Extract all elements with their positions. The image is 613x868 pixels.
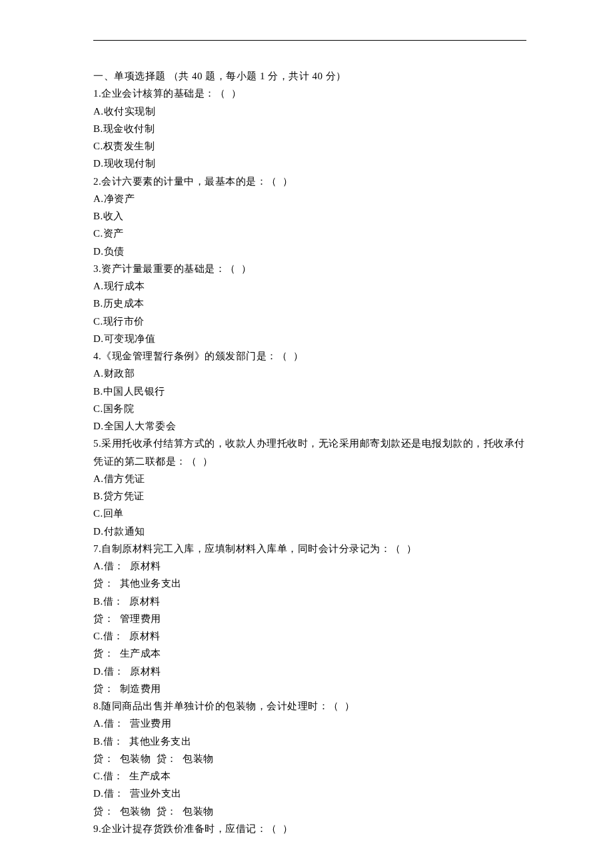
text-line: 贷： 包装物 贷： 包装物 <box>93 750 526 767</box>
text-line: 7.自制原材料完工入库，应填制材料入库单，同时会计分录记为：（ ） <box>93 540 526 557</box>
text-line: A.收付实现制 <box>93 103 526 120</box>
text-line: A.借： 原材料 <box>93 557 526 575</box>
text-line: 4.《现金管理暂行条例》的颁发部门是：（ ） <box>93 347 526 365</box>
text-line: 1.企业会计核算的基础是：（ ） <box>93 85 526 102</box>
text-line: C.借： 生产成本 <box>93 767 526 785</box>
text-line: 9.企业计提存货跌价准备时，应借记：（ ） <box>93 820 526 837</box>
text-line: D.可变现净值 <box>93 330 526 347</box>
text-line: B.借： 原材料 <box>93 593 526 610</box>
text-line: 贷： 其他业务支出 <box>93 575 526 592</box>
text-line: B.现金收付制 <box>93 120 526 137</box>
text-line: B.历史成本 <box>93 295 526 312</box>
text-line: C.权责发生制 <box>93 137 526 155</box>
text-line: C.借： 原材料 <box>93 627 526 645</box>
text-line: A.借： 营业费用 <box>93 715 526 732</box>
text-line: A.财政部 <box>93 365 526 382</box>
text-line: B.收入 <box>93 207 526 225</box>
text-line: A.净资产 <box>93 190 526 207</box>
text-line: B.中国人民银行 <box>93 383 526 400</box>
text-line: 一、单项选择题 （共 40 题，每小题 1 分，共计 40 分） <box>93 67 526 85</box>
text-line: B.贷方凭证 <box>93 487 526 505</box>
text-line: D.付款通知 <box>93 523 526 540</box>
text-line: C.现行市价 <box>93 313 526 330</box>
text-line: 贷： 管理费用 <box>93 610 526 627</box>
text-line: B.借： 其他业务支出 <box>93 733 526 750</box>
text-line: A.借方凭证 <box>93 470 526 487</box>
text-line: C.回单 <box>93 505 526 522</box>
document-body: 一、单项选择题 （共 40 题，每小题 1 分，共计 40 分） 1.企业会计核… <box>93 67 526 837</box>
text-line: C.资产 <box>93 225 526 242</box>
text-line: D.借： 原材料 <box>93 663 526 680</box>
text-line: 3.资产计量最重要的基础是：（ ） <box>93 260 526 277</box>
text-line: D.现收现付制 <box>93 155 526 172</box>
text-line: D.负债 <box>93 243 526 260</box>
text-line: 5.采用托收承付结算方式的，收款人办理托收时，无论采用邮寄划款还是电报划款的，托… <box>93 435 526 470</box>
document-page: 一、单项选择题 （共 40 题，每小题 1 分，共计 40 分） 1.企业会计核… <box>0 0 613 868</box>
text-line: C.国务院 <box>93 400 526 417</box>
text-line: 贷： 包装物 贷： 包装物 <box>93 803 526 820</box>
text-line: A.现行成本 <box>93 277 526 295</box>
text-line: D.借： 营业外支出 <box>93 785 526 802</box>
text-line: 8.随同商品出售并单独计价的包装物，会计处理时：（ ） <box>93 697 526 715</box>
text-line: D.全国人大常委会 <box>93 417 526 435</box>
page-divider <box>93 40 526 41</box>
text-line: 贷： 制造费用 <box>93 680 526 697</box>
text-line: 2.会计六要素的计量中，最基本的是：（ ） <box>93 173 526 190</box>
text-line: 货： 生产成本 <box>93 645 526 662</box>
